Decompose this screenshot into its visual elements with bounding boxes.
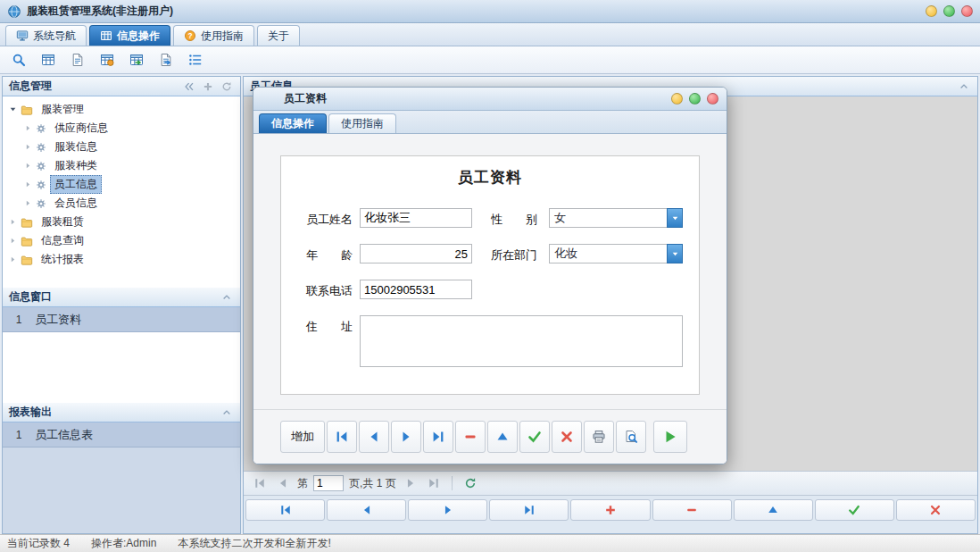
next-page-icon [404,477,417,489]
document-button[interactable] [65,49,89,71]
collapse-left-icon[interactable] [182,79,196,94]
report-output-header: 报表输出 [3,403,240,422]
row-index: 1 [3,429,35,441]
page-prev-button[interactable] [274,474,292,492]
tree-item-info-query[interactable]: 信息查询 [3,231,240,250]
cancel-icon [560,430,574,444]
print-button[interactable] [584,421,614,453]
tree-item-clothing-management[interactable]: 服装管理 [3,100,240,119]
department-dropdown-button[interactable] [667,244,683,263]
dialog-tab-info-operation[interactable]: 信息操作 [259,113,327,133]
refresh-icon[interactable] [220,79,234,94]
expand-right-icon [24,124,32,132]
dialog-body: 员工资料 员工姓名 性 别 女 年 龄 所在部门 化妆 联系电话 住 址 [253,134,727,464]
tree-item-supplier-info[interactable]: 供应商信息 [3,119,240,138]
nav-first-button[interactable] [245,499,325,521]
expand-right-icon [24,143,32,151]
phone-label: 联系电话 [306,283,353,299]
table-view-button[interactable] [36,49,60,71]
report-output-item[interactable]: 1 员工信息表 [3,422,240,447]
confirm-row-button[interactable] [815,499,894,521]
department-select[interactable]: 化妆 [549,244,683,263]
tree-item-label: 服装信息 [50,138,102,156]
tree-item-employee-info[interactable]: 员工信息 [3,175,240,194]
panel-title: 信息管理 [9,79,52,94]
report-output-list: 1 员工信息表 [3,422,240,533]
close-button[interactable] [961,5,973,17]
table-user-button[interactable] [95,49,119,71]
list-view-button[interactable] [183,49,207,71]
address-textarea[interactable] [360,315,683,367]
gender-select[interactable]: 女 [549,208,683,228]
tab-bar: 系统导航 信息操作 使用指南 关于 [0,23,980,46]
add-record-button[interactable]: 增加 [280,421,325,453]
tree-item-member-info[interactable]: 会员信息 [3,194,240,213]
add-row-button[interactable] [570,499,650,521]
tab-user-guide[interactable]: 使用指南 [173,25,254,46]
cancel-icon [929,504,942,516]
first-record-button[interactable] [327,421,357,453]
tab-system-nav[interactable]: 系统导航 [5,25,87,46]
page-last-button[interactable] [425,474,443,492]
table-export-button[interactable] [124,49,148,71]
delete-record-button[interactable] [455,421,486,453]
last-record-button[interactable] [423,421,453,453]
search-button[interactable] [6,49,30,71]
collapse-up-icon[interactable] [220,406,234,420]
dialog-minimize-button[interactable] [671,93,683,105]
confirm-icon [527,430,542,444]
tree-item-statistics-report[interactable]: 统计报表 [3,250,240,269]
print-preview-icon [624,430,638,444]
tree-item-clothing-info[interactable]: 服装信息 [3,138,240,156]
dialog-tab-user-guide[interactable]: 使用指南 [328,113,396,133]
collapse-up-icon[interactable] [220,290,234,305]
dialog-maximize-button[interactable] [689,93,701,105]
run-report-button[interactable] [653,421,687,453]
info-window-item[interactable]: 1 员工资料 [3,307,240,332]
cancel-button[interactable] [552,421,582,453]
dialog-title-bar[interactable]: 员工资料 [253,88,727,111]
record-count: 当前记录数 4 [7,536,70,551]
app-logo-icon [7,4,21,19]
panel-title: 信息窗口 [9,289,52,305]
department-value: 化妆 [549,244,667,263]
print-preview-button[interactable] [616,421,646,453]
move-up-button[interactable] [487,421,518,453]
maximize-button[interactable] [943,5,955,17]
expand-right-icon [9,255,17,263]
status-bar: 当前记录数 4 操作者:Admin 本系统支持二次开发和全新开发! [0,534,980,552]
prev-record-icon [361,504,373,516]
nav-last-button[interactable] [489,499,569,521]
tree-item-clothing-rental[interactable]: 服装租赁 [3,213,240,231]
page-first-button[interactable] [251,474,269,492]
dialog-close-button[interactable] [707,93,718,105]
cancel-row-button[interactable] [896,499,976,521]
age-input[interactable] [360,244,472,263]
tab-about[interactable]: 关于 [257,25,300,46]
refresh-button[interactable] [461,474,479,492]
tree-item-label: 员工信息 [50,175,102,194]
nav-next-button[interactable] [408,499,487,521]
tree-item-clothing-types[interactable]: 服装种类 [3,156,240,175]
age-label: 年 龄 [306,247,353,263]
tab-label: 信息操作 [117,29,160,44]
dialog-tab-bar: 信息操作 使用指南 [253,111,727,134]
tab-info-operation[interactable]: 信息操作 [89,25,170,46]
add-icon[interactable] [201,79,215,94]
document-export-button[interactable] [154,49,178,71]
nav-prev-button[interactable] [327,499,406,521]
delete-row-button[interactable] [652,499,732,521]
prev-record-button[interactable] [359,421,389,453]
page-next-button[interactable] [402,474,419,492]
move-up-row-button[interactable] [734,499,813,521]
employee-form: 员工资料 员工姓名 性 别 女 年 龄 所在部门 化妆 联系电话 住 址 [280,155,700,395]
page-number-input[interactable] [313,475,344,491]
minimize-button[interactable] [926,5,937,17]
confirm-button[interactable] [519,421,550,453]
next-record-button[interactable] [391,421,421,453]
collapse-up-icon[interactable] [957,79,971,94]
name-input[interactable] [360,208,472,228]
tab-label: 使用指南 [341,116,384,131]
phone-input[interactable] [360,280,472,299]
gender-dropdown-button[interactable] [667,208,683,228]
